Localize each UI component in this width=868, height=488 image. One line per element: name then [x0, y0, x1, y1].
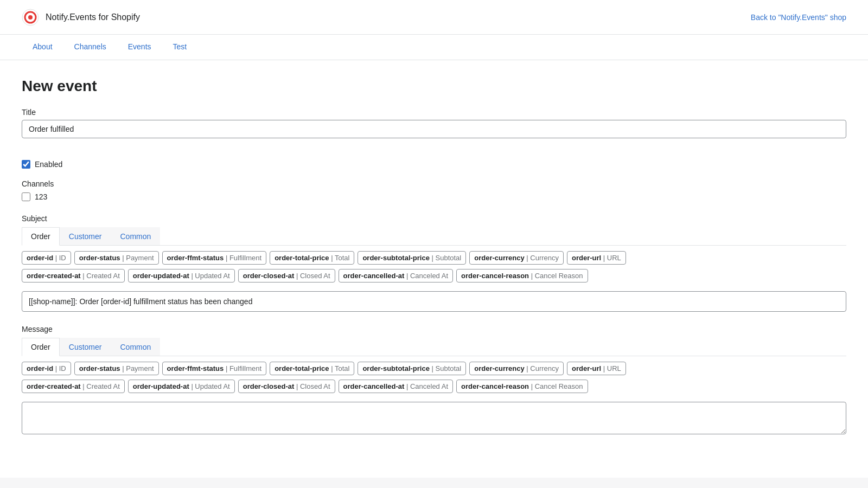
- message-tag-order-total-price[interactable]: order-total-price | Total: [270, 362, 354, 375]
- nav-events[interactable]: Events: [117, 35, 162, 60]
- app-header: Notify.Events for Shopify Back to "Notif…: [0, 0, 868, 35]
- subject-tag-order-status[interactable]: order-status | Payment: [74, 251, 159, 265]
- subject-tag-order-id[interactable]: order-id | ID: [22, 251, 71, 265]
- channels-section: Channels 123: [22, 179, 846, 201]
- subject-tab-customer[interactable]: Customer: [60, 227, 111, 245]
- message-tag-order-created-at[interactable]: order-created-at | Created At: [22, 380, 125, 393]
- app-title: Notify.Events for Shopify: [46, 12, 140, 22]
- message-tag-order-subtotal-price[interactable]: order-subtotal-price | Subtotal: [358, 362, 466, 375]
- message-tag-order-id[interactable]: order-id | ID: [22, 362, 71, 375]
- message-tag-order-updated-at[interactable]: order-updated-at | Updated At: [128, 380, 235, 393]
- message-tags-row1: order-id | ID order-status | Payment ord…: [22, 362, 846, 375]
- message-tab-common[interactable]: Common: [111, 338, 160, 356]
- subject-section: Subject Order Customer Common order-id |…: [22, 214, 846, 312]
- svg-point-2: [28, 15, 33, 20]
- subject-tag-order-url[interactable]: order-url | URL: [567, 251, 626, 265]
- page-title: New event: [22, 78, 846, 95]
- subject-tag-order-closed-at[interactable]: order-closed-at | Closed At: [238, 269, 335, 282]
- subject-tab-common[interactable]: Common: [111, 227, 160, 245]
- subject-tags-row1: order-id | ID order-status | Payment ord…: [22, 251, 846, 265]
- nav-channels[interactable]: Channels: [63, 35, 117, 60]
- message-tag-order-cancelled-at[interactable]: order-cancelled-at | Canceled At: [339, 380, 453, 393]
- channel-checkbox[interactable]: [22, 192, 30, 201]
- subject-input[interactable]: [22, 291, 846, 312]
- channel-row: 123: [22, 192, 846, 201]
- message-tags-row2: order-created-at | Created At order-upda…: [22, 380, 846, 393]
- message-tab-customer[interactable]: Customer: [60, 338, 111, 356]
- message-tag-order-cancel-reason[interactable]: order-cancel-reason | Cancel Reason: [456, 380, 588, 393]
- enabled-checkbox[interactable]: [22, 160, 30, 169]
- subject-tag-order-currency[interactable]: order-currency | Currency: [469, 251, 564, 265]
- message-tag-order-currency[interactable]: order-currency | Currency: [469, 362, 564, 375]
- nav-test[interactable]: Test: [162, 35, 198, 60]
- subject-tag-order-ffmt-status[interactable]: order-ffmt-status | Fulfillment: [162, 251, 267, 265]
- title-input[interactable]: [22, 120, 846, 138]
- message-textarea[interactable]: [22, 402, 846, 434]
- message-tag-order-closed-at[interactable]: order-closed-at | Closed At: [238, 380, 335, 393]
- title-field-section: Title: [22, 108, 846, 147]
- message-tag-order-url[interactable]: order-url | URL: [567, 362, 626, 375]
- subject-tag-order-updated-at[interactable]: order-updated-at | Updated At: [128, 269, 235, 282]
- channels-label: Channels: [22, 179, 846, 188]
- nav-about[interactable]: About: [22, 35, 63, 60]
- enabled-row: Enabled: [22, 160, 846, 169]
- header-brand: Notify.Events for Shopify: [22, 9, 140, 26]
- main-nav: About Channels Events Test: [0, 35, 868, 60]
- message-label: Message: [22, 325, 846, 333]
- logo-icon: [22, 9, 39, 26]
- subject-tag-order-subtotal-price[interactable]: order-subtotal-price | Subtotal: [358, 251, 466, 265]
- subject-tab-order[interactable]: Order: [22, 227, 60, 246]
- subject-label: Subject: [22, 214, 846, 223]
- subject-tag-order-cancelled-at[interactable]: order-cancelled-at | Canceled At: [339, 269, 453, 282]
- message-tag-order-ffmt-status[interactable]: order-ffmt-status | Fulfillment: [162, 362, 267, 375]
- subject-tag-order-cancel-reason[interactable]: order-cancel-reason | Cancel Reason: [456, 269, 588, 282]
- back-link[interactable]: Back to "Notify.Events" shop: [751, 13, 846, 22]
- main-content: New event Title Enabled Channels 123 Sub…: [0, 60, 868, 478]
- subject-tabs: Order Customer Common: [22, 227, 846, 246]
- enabled-label[interactable]: Enabled: [35, 160, 62, 169]
- title-label: Title: [22, 108, 846, 117]
- message-section: Message Order Customer Common order-id |…: [22, 325, 846, 436]
- subject-tags-row2: order-created-at | Created At order-upda…: [22, 269, 846, 282]
- subject-tag-order-created-at[interactable]: order-created-at | Created At: [22, 269, 125, 282]
- message-tabs: Order Customer Common: [22, 338, 846, 356]
- channel-label[interactable]: 123: [35, 192, 47, 201]
- message-tag-order-status[interactable]: order-status | Payment: [74, 362, 159, 375]
- subject-tag-order-total-price[interactable]: order-total-price | Total: [270, 251, 354, 265]
- message-tab-order[interactable]: Order: [22, 338, 60, 356]
